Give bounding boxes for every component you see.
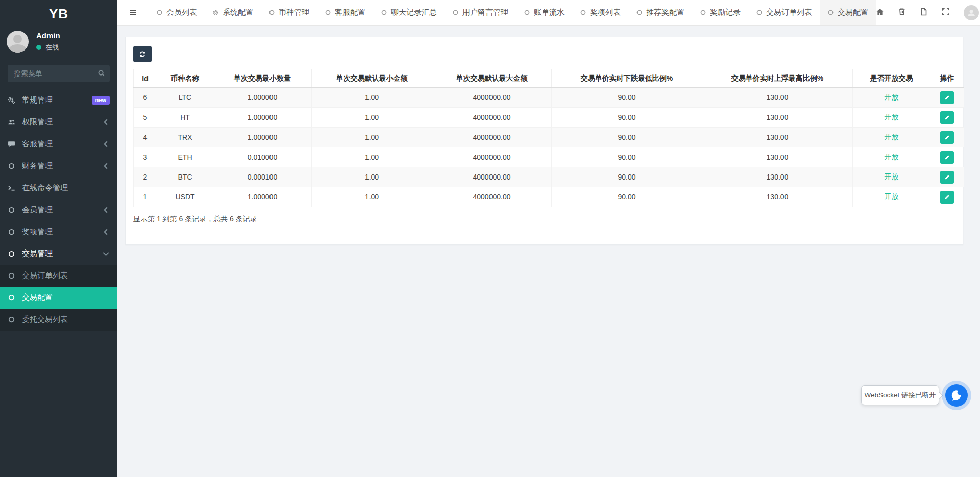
expand-icon[interactable]	[942, 8, 950, 18]
sidebar-item-交易管理: 交易管理交易订单列表交易配置委托交易列表	[0, 243, 117, 331]
status-open-label: 开放	[885, 113, 899, 121]
sidebar-item-row[interactable]: 在线命令管理	[0, 177, 117, 199]
table-cell: HT	[157, 108, 213, 128]
navbar-user-menu[interactable]: Admin	[964, 5, 980, 20]
circle-icon	[381, 9, 387, 16]
circle-icon	[700, 9, 706, 16]
table-cell: 5	[134, 108, 157, 128]
table-cell: 90.00	[552, 88, 702, 108]
sidebar-subitem-row[interactable]: 交易配置	[0, 287, 117, 309]
sidebar-item-row[interactable]: 财务管理	[0, 155, 117, 177]
table-cell-actions	[930, 108, 964, 128]
user-panel: Admin 在线	[0, 28, 117, 59]
table-cell: 4000000.00	[432, 128, 552, 147]
circle-icon	[268, 9, 275, 16]
trash-icon[interactable]	[898, 8, 906, 18]
sidebar-item-权限管理: 权限管理	[0, 111, 117, 133]
navbar-tabs: 会员列表系统配置币种管理客服配置聊天记录汇总用户留言管理账单流水奖项列表推荐奖配…	[149, 0, 876, 25]
tab-客服配置[interactable]: 客服配置	[317, 0, 373, 25]
avatar	[7, 31, 29, 53]
table-row: 4TRX1.0000001.004000000.0090.00130.00开放	[134, 128, 964, 147]
sidebar-subitem-label: 交易配置	[22, 293, 110, 303]
chevron-left-icon	[102, 162, 110, 170]
search-icon[interactable]	[97, 69, 105, 79]
table-cell: 1	[134, 187, 157, 207]
table-body: 6LTC1.0000001.004000000.0090.00130.00开放5…	[134, 88, 964, 207]
edit-button[interactable]	[940, 131, 954, 144]
chevron-left-icon	[102, 118, 110, 126]
tab-奖励记录[interactable]: 奖励记录	[692, 0, 748, 25]
table-cell: 130.00	[702, 167, 853, 187]
circle-icon	[636, 9, 643, 16]
sidebar-item-row[interactable]: 会员管理	[0, 199, 117, 221]
circle-icon	[827, 9, 834, 16]
tab-系统配置[interactable]: 系统配置	[205, 0, 261, 25]
sidebar-item-row[interactable]: 客服管理	[0, 133, 117, 155]
search-input[interactable]	[8, 65, 110, 82]
table-cell: 1.00	[312, 128, 432, 147]
circle-icon	[8, 228, 15, 236]
tab-会员列表[interactable]: 会员列表	[149, 0, 205, 25]
tab-奖项列表[interactable]: 奖项列表	[572, 0, 628, 25]
edit-button[interactable]	[940, 171, 954, 184]
table-cell-status: 开放	[853, 187, 930, 207]
tab-币种管理[interactable]: 币种管理	[261, 0, 317, 25]
sidebar-item-row[interactable]: 权限管理	[0, 111, 117, 133]
sidebar-item-row[interactable]: 奖项管理	[0, 221, 117, 243]
table-cell: 90.00	[552, 147, 702, 167]
tab-账单流水[interactable]: 账单流水	[516, 0, 572, 25]
sidebar-subitem-row[interactable]: 委托交易列表	[0, 309, 117, 331]
table-header-row: Id币种名称单次交易最小数量单次交易默认最小金额单次交易默认最大金额交易单价实时…	[134, 69, 964, 88]
sidebar-item-label: 交易管理	[22, 249, 95, 259]
tab-聊天记录汇总[interactable]: 聊天记录汇总	[373, 0, 445, 25]
sidebar: YB Admin 在线 常规管理new权限管理客服管理财务管理在线命令管理会员管…	[0, 0, 117, 477]
chevron-left-icon	[102, 140, 110, 148]
table-cell: 4000000.00	[432, 108, 552, 128]
table-cell: 4	[134, 128, 157, 147]
table-cell: USDT	[157, 187, 213, 207]
table-cell-actions	[930, 147, 964, 167]
online-status-dot	[36, 45, 41, 50]
sidebar-item-row[interactable]: 交易管理	[0, 243, 117, 265]
sidebar-item-label: 在线命令管理	[22, 183, 110, 193]
new-badge: new	[92, 96, 110, 105]
sidebar-subitem-label: 交易订单列表	[22, 271, 110, 281]
comment-icon	[8, 140, 15, 148]
tab-推荐奖配置[interactable]: 推荐奖配置	[628, 0, 692, 25]
content-card: Id币种名称单次交易最小数量单次交易默认最小金额单次交易默认最大金额交易单价实时…	[125, 37, 963, 245]
chevron-left-icon	[102, 206, 110, 214]
navbar-actions: Admin	[876, 0, 980, 25]
edit-button[interactable]	[940, 191, 954, 204]
cogs-icon	[8, 96, 15, 104]
chat-bubble-icon[interactable]	[945, 384, 968, 407]
hamburger-menu-icon[interactable]	[117, 0, 149, 25]
edit-button[interactable]	[940, 91, 954, 104]
tab-label: 用户留言管理	[462, 8, 508, 17]
edit-button[interactable]	[940, 151, 954, 164]
terminal-icon	[8, 184, 15, 192]
tab-用户留言管理[interactable]: 用户留言管理	[445, 0, 516, 25]
sidebar-item-row[interactable]: 常规管理new	[0, 89, 117, 111]
table-cell-status: 开放	[853, 147, 930, 167]
sidebar-item-常规管理: 常规管理new	[0, 89, 117, 111]
tab-label: 账单流水	[534, 8, 565, 17]
file-icon[interactable]	[920, 8, 928, 18]
refresh-button[interactable]	[133, 46, 152, 62]
table-cell: 90.00	[552, 187, 702, 207]
sidebar-subitem-row[interactable]: 交易订单列表	[0, 265, 117, 287]
edit-button[interactable]	[940, 111, 954, 124]
tab-label: 会员列表	[166, 8, 197, 17]
tab-交易订单列表[interactable]: 交易订单列表	[748, 0, 820, 25]
sidebar-item-label: 常规管理	[22, 95, 85, 105]
table-cell: 1.00	[312, 187, 432, 207]
tab-交易配置[interactable]: 交易配置	[820, 0, 876, 25]
chevron-left-icon	[102, 228, 110, 236]
tab-label: 交易订单列表	[766, 8, 812, 17]
table-row: 6LTC1.0000001.004000000.0090.00130.00开放	[134, 88, 964, 108]
table-cell: 90.00	[552, 167, 702, 187]
circle-icon	[156, 9, 163, 16]
home-icon[interactable]	[876, 8, 884, 18]
table-cell: 1.00	[312, 88, 432, 108]
circle-icon	[580, 9, 586, 16]
circle-icon	[756, 9, 763, 16]
